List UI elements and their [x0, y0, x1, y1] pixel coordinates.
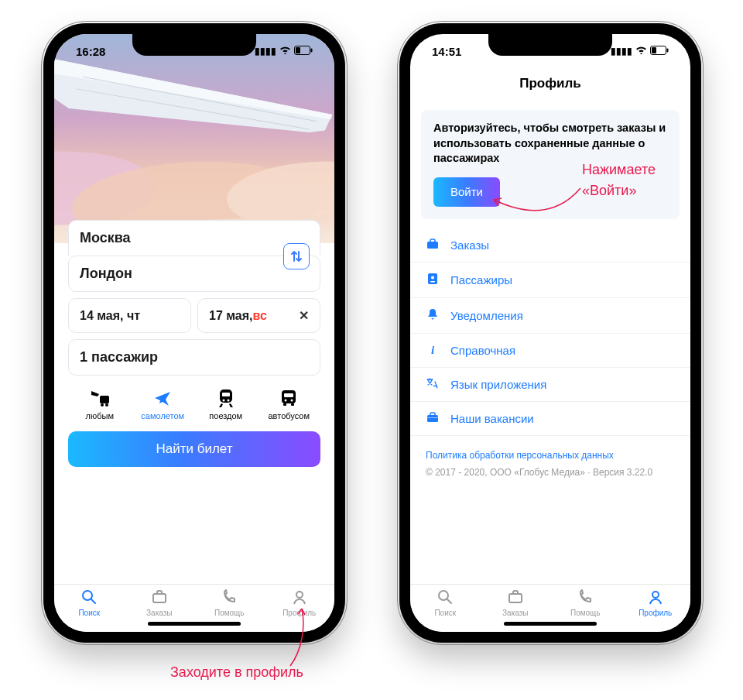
tab-orders-label: Заказы	[502, 609, 528, 617]
to-city-value: Лондон	[80, 266, 132, 282]
tab-profile[interactable]: Профиль	[628, 589, 683, 632]
tab-help-label: Помощь	[570, 609, 601, 617]
briefcase-icon	[426, 238, 440, 252]
menu-help[interactable]: i Справочная	[410, 334, 690, 368]
menu-jobs-label: Наши вакансии	[450, 412, 534, 425]
svg-point-20	[291, 400, 293, 402]
svg-point-11	[101, 403, 104, 407]
svg-rect-25	[153, 594, 166, 602]
svg-rect-30	[427, 242, 438, 249]
home-indicator	[504, 622, 597, 626]
mode-plane[interactable]: самолетом	[135, 388, 190, 420]
phone-icon	[221, 589, 237, 607]
find-ticket-button[interactable]: Найти билет	[68, 431, 320, 467]
home-indicator	[148, 622, 241, 626]
status-time: 16:28	[76, 45, 105, 58]
menu-notifications[interactable]: Уведомления	[410, 298, 690, 334]
svg-point-39	[652, 592, 659, 598]
svg-point-12	[105, 403, 108, 407]
svg-rect-28	[667, 48, 669, 52]
transport-modes: любым самолетом поездом	[68, 382, 320, 424]
svg-rect-33	[430, 281, 435, 283]
search-card: Москва Лондон 14 мая, чт 17 мая, вс	[68, 220, 320, 467]
svg-rect-1	[311, 48, 313, 52]
search-icon	[81, 589, 97, 607]
language-icon	[426, 378, 440, 391]
mixed-transport-icon	[89, 388, 111, 408]
svg-rect-18	[284, 393, 293, 397]
tab-orders-label: Заказы	[146, 609, 172, 617]
passport-icon	[426, 273, 440, 287]
svg-rect-14	[222, 393, 230, 396]
svg-point-16	[227, 400, 229, 402]
mode-train-label: поездом	[209, 411, 242, 420]
mode-any-label: любым	[86, 411, 114, 420]
menu-orders[interactable]: Заказы	[410, 228, 690, 262]
train-icon	[217, 388, 235, 408]
signal-icon: ▮▮▮▮	[611, 46, 632, 57]
menu-orders-label: Заказы	[450, 238, 489, 252]
svg-point-26	[296, 592, 303, 598]
svg-rect-34	[427, 415, 438, 422]
date-back-day: вс	[253, 309, 267, 323]
svg-line-37	[447, 599, 451, 603]
login-button-label: Войти	[450, 185, 483, 198]
mode-bus[interactable]: автобусом	[261, 388, 317, 420]
tab-search-label: Поиск	[434, 609, 456, 617]
mode-bus-label: автобусом	[269, 411, 310, 420]
passengers-input[interactable]: 1 пассажир	[68, 339, 320, 376]
dates-row: 14 мая, чт 17 мая, вс ✕	[68, 298, 320, 339]
screen-left: 16:28 ▮▮▮▮	[54, 34, 334, 632]
phone-icon	[577, 589, 593, 607]
login-button[interactable]: Войти	[433, 177, 500, 207]
svg-point-36	[439, 591, 448, 600]
menu-jobs[interactable]: Наши вакансии	[410, 402, 690, 436]
wifi-icon	[279, 46, 291, 57]
tab-profile-label: Профиль	[639, 609, 672, 617]
briefcase-icon	[508, 589, 523, 607]
from-city-value: Москва	[80, 230, 131, 246]
date-back-input[interactable]: 17 мая, вс ✕	[197, 298, 320, 333]
battery-icon	[294, 46, 313, 57]
date-out-input[interactable]: 14 мая, чт	[68, 298, 191, 333]
tab-profile[interactable]: Профиль	[272, 589, 327, 632]
menu-passengers[interactable]: Пассажиры	[410, 262, 690, 298]
tab-search[interactable]: Поиск	[418, 589, 472, 632]
profile-menu: Заказы Пассажиры Уведомления i Справ	[410, 228, 690, 436]
svg-line-24	[91, 599, 95, 603]
menu-notifications-label: Уведомления	[450, 309, 523, 322]
svg-rect-10	[100, 396, 109, 403]
city-group: Москва Лондон	[68, 220, 320, 292]
tab-search[interactable]: Поиск	[62, 589, 116, 632]
tab-profile-label: Профиль	[282, 609, 316, 617]
annotation-press-login-1: Нажимаете	[582, 162, 656, 177]
annotation-press-login-2: «Войти»	[582, 183, 636, 198]
profile-icon	[648, 589, 663, 607]
menu-language[interactable]: Язык приложения	[410, 368, 690, 402]
svg-rect-35	[427, 417, 438, 418]
passengers-value: 1 пассажир	[80, 349, 158, 365]
swap-cities-button[interactable]	[283, 243, 310, 269]
mode-plane-label: самолетом	[141, 411, 184, 420]
page-title: Профиль	[410, 68, 690, 99]
mode-any[interactable]: любым	[72, 388, 128, 420]
swap-icon	[290, 249, 303, 263]
bus-icon	[280, 388, 297, 408]
battery-icon	[650, 46, 669, 57]
privacy-link[interactable]: Политика обработки персональных данных	[426, 450, 614, 461]
status-time: 14:51	[432, 45, 461, 58]
mode-train[interactable]: поездом	[198, 388, 254, 420]
svg-point-23	[83, 591, 92, 600]
screen-right: 14:51 ▮▮▮▮ Профиль Авторизуйтесь, чтобы …	[410, 34, 690, 632]
menu-language-label: Язык приложения	[450, 378, 546, 391]
clear-date-icon[interactable]: ✕	[299, 308, 309, 323]
search-icon	[437, 589, 453, 607]
bell-icon	[426, 308, 440, 323]
menu-help-label: Справочная	[450, 344, 515, 357]
status-indicators: ▮▮▮▮	[611, 46, 669, 57]
annotation-go-profile: Заходите в профиль	[170, 664, 303, 681]
date-out-value: 14 мая, чт	[80, 309, 140, 323]
briefcase-icon	[152, 589, 167, 607]
footer: Политика обработки персональных данных ©…	[410, 436, 690, 478]
copyright: © 2017 - 2020, ООО «Глобус Медиа» · Верс…	[426, 467, 675, 478]
